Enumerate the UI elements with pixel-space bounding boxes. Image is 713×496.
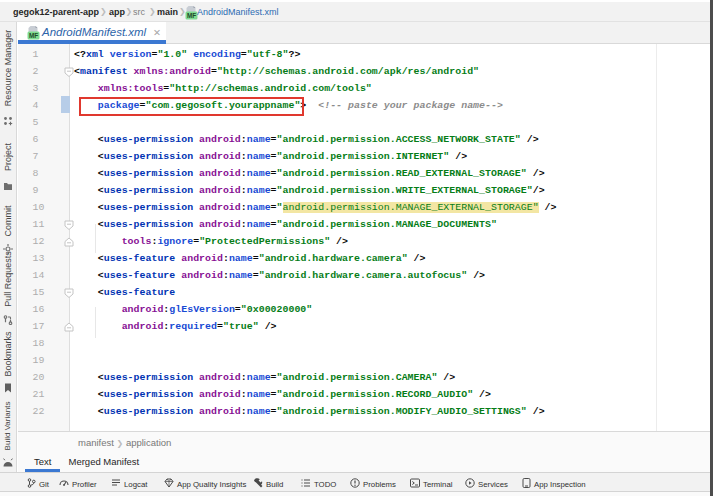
- svg-text:MF: MF: [29, 32, 38, 39]
- svg-text:MF: MF: [187, 12, 196, 19]
